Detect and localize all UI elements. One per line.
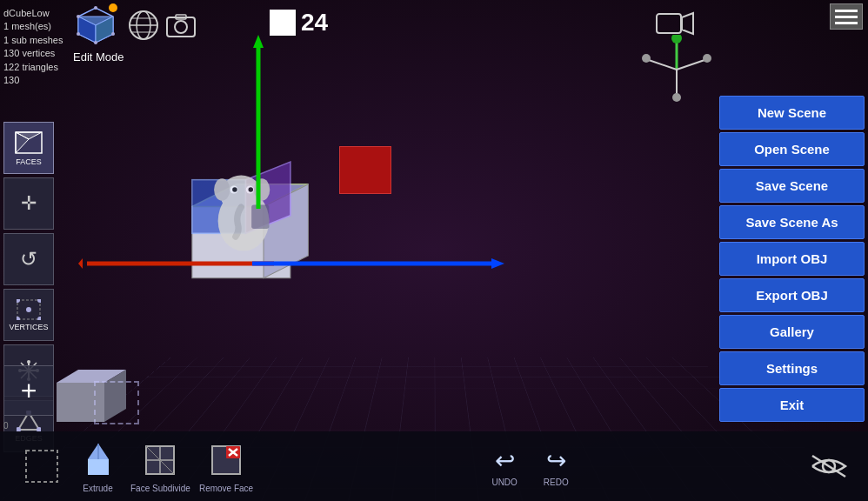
svg-point-16 [175,21,187,33]
hamburger-line [835,10,858,12]
open-scene-button[interactable]: Open Scene [719,132,865,166]
svg-point-59 [254,178,270,201]
screenshot-icon[interactable] [165,12,197,38]
svg-point-21 [671,35,682,43]
face-subdivide-tool-button[interactable]: Face Subdivide [130,440,190,493]
hamburger-line [835,16,858,18]
y-axis [250,35,267,209]
globe-icon [127,9,160,42]
exit-button[interactable]: Exit [719,388,865,422]
svg-rect-54 [192,180,246,234]
svg-point-57 [220,176,262,214]
settings-button[interactable]: Settings [719,351,865,385]
faces-mode-button[interactable]: FACES [3,122,54,174]
main-object [165,126,326,287]
svg-point-5 [77,15,80,18]
eye-hidden-icon [809,452,849,480]
svg-point-33 [37,299,41,303]
menu-button[interactable] [830,3,863,30]
svg-point-61 [246,185,254,193]
svg-line-22 [677,59,707,70]
svg-point-62 [232,187,237,192]
svg-point-7 [111,32,115,36]
remove-face-tool-button[interactable]: Remove Face [199,440,253,493]
vertices-count: 130 vertices [3,47,63,60]
add-object-button[interactable]: + [3,365,54,416]
z-axis [252,255,504,272]
status-bar: 0 [0,420,12,431]
svg-point-8 [94,41,97,44]
viewport[interactable]: dCubeLow 1 mesh(es) 1 sub meshes 130 ver… [0,0,868,501]
svg-point-4 [109,3,117,12]
save-scene-button[interactable]: Save Scene [719,169,865,203]
right-menu-panel: New Scene Open Scene Save Scene Save Sce… [716,96,868,422]
undo-circle-icon: ↺ [20,247,37,271]
edit-mode-icons [70,3,197,47]
svg-marker-66 [253,35,264,48]
x-axis [78,255,278,272]
frame-number: 24 [301,9,328,37]
svg-point-43 [27,360,30,364]
sub-mesh: 1 sub meshes [3,34,63,47]
bottom-right-tools [807,446,851,486]
save-scene-as-button[interactable]: Save Scene As [719,205,865,239]
extrude-tool-button[interactable]: Extrude [74,440,122,493]
edit-mode-label: Edit Mode [73,50,124,63]
extrude-icon-wrap [78,440,118,480]
remove-face-icon [210,444,242,476]
new-scene-button[interactable]: New Scene [719,96,865,130]
faces-label: FACES [16,157,42,166]
select-icon-wrap [22,446,62,486]
undo-button[interactable]: ↩ UNDO [491,446,517,487]
svg-marker-55 [246,162,290,233]
svg-point-35 [37,317,41,320]
svg-marker-19 [682,13,693,34]
svg-rect-74 [26,451,57,482]
face-subdivide-icon-wrap [140,440,180,480]
svg-marker-72 [57,370,126,383]
svg-rect-64 [251,204,269,228]
export-obj-button[interactable]: Export OBJ [719,278,865,312]
vertices-mode-button[interactable]: VERTICES [3,289,54,341]
move-button[interactable]: ✛ [3,177,54,230]
move-icon: ✛ [21,192,37,215]
mesh-count: 1 mesh(es) [3,20,63,33]
select-tool-button[interactable] [17,446,65,486]
visibility-toggle-button[interactable] [807,446,851,486]
svg-point-6 [94,6,97,10]
svg-point-9 [77,32,80,36]
bottom-center-tools: ↩ UNDO ↪ REDO [253,446,807,487]
svg-point-60 [230,185,237,193]
frame-counter: 24 [270,9,328,37]
frame-square-icon [270,10,296,36]
extrude-icon [84,444,112,477]
hamburger-line [835,22,858,24]
svg-marker-68 [78,258,83,269]
svg-marker-52 [192,184,309,207]
vertices-icon [17,299,41,320]
bottom-left-tools: Extrude Face Subdivide [17,440,253,493]
select-icon [23,448,60,484]
undo-rotate-button[interactable]: ↺ [3,233,54,285]
svg-rect-71 [57,383,104,422]
redo-label: REDO [544,478,569,487]
redo-arrow-icon: ↪ [546,446,566,475]
redo-button[interactable]: ↪ REDO [544,446,569,487]
import-obj-button[interactable]: Import OBJ [719,242,865,276]
bottom-toolbar: Extrude Face Subdivide [0,431,868,501]
gallery-button[interactable]: Gallery [719,315,865,349]
mascot [204,161,283,257]
svg-marker-70 [491,258,504,269]
svg-line-24 [646,59,677,70]
triangles-count: 122 triangles [3,61,63,74]
undo-arrow-icon: ↩ [495,446,515,475]
svg-point-34 [17,317,20,320]
red-cube-object [339,146,391,194]
undo-label: UNDO [491,478,517,487]
vertices-label: VERTICES [10,323,49,331]
orientation-gizmo [642,35,711,104]
svg-point-32 [17,299,20,303]
remove-face-icon-wrap [206,440,246,480]
cube-icon [70,3,122,47]
svg-point-23 [703,54,711,63]
